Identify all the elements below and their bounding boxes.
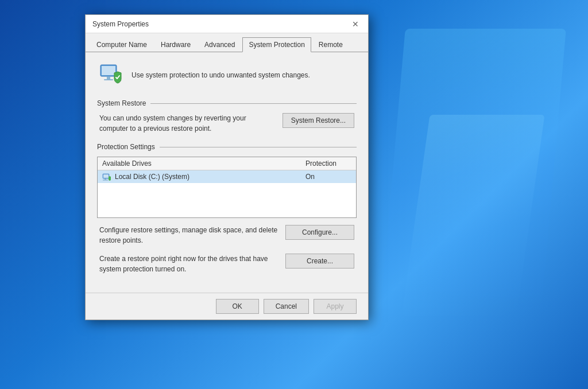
system-restore-legend: System Restore xyxy=(97,99,357,107)
create-text: Create a restore point right now for the… xyxy=(99,254,278,274)
protection-settings-section: Protection Settings Available Drives Pro… xyxy=(97,143,357,274)
configure-button[interactable]: Configure... xyxy=(285,225,354,240)
drives-table-header: Available Drives Protection xyxy=(98,157,356,170)
tab-computer-name[interactable]: Computer Name xyxy=(90,37,153,52)
svg-rect-2 xyxy=(107,76,110,79)
svg-rect-6 xyxy=(105,178,106,180)
col-available-drives: Available Drives xyxy=(102,160,305,168)
system-properties-dialog: System Properties ✕ Computer Name Hardwa… xyxy=(85,14,369,320)
protection-settings-line xyxy=(160,147,357,147)
svg-rect-3 xyxy=(104,79,113,80)
dialog-footer: OK Cancel Apply xyxy=(86,293,368,320)
restore-description: You can undo system changes by reverting… xyxy=(99,113,276,134)
cancel-button[interactable]: Cancel xyxy=(264,299,309,314)
create-row: Create a restore point right now for the… xyxy=(97,254,357,274)
tab-bar: Computer Name Hardware Advanced System P… xyxy=(86,33,368,52)
dialog-title: System Properties xyxy=(92,20,149,28)
col-protection: Protection xyxy=(305,160,351,168)
header-icon-svg xyxy=(98,63,123,88)
protection-settings-legend: Protection Settings xyxy=(97,143,357,151)
svg-rect-7 xyxy=(103,180,108,181)
system-restore-section: System Restore You can undo system chang… xyxy=(97,99,357,134)
restore-section-content: You can undo system changes by reverting… xyxy=(97,113,357,134)
configure-text: Configure restore settings, manage disk … xyxy=(99,225,278,246)
dialog-titlebar: System Properties ✕ xyxy=(86,15,368,33)
drive-icon xyxy=(102,173,111,181)
tab-hardware[interactable]: Hardware xyxy=(154,37,197,52)
header-section: Use system protection to undo unwanted s… xyxy=(97,61,357,89)
drive-protection-cell: On xyxy=(305,173,351,181)
tab-advanced[interactable]: Advanced xyxy=(198,37,241,52)
drives-table-empty-area xyxy=(98,183,356,217)
drive-name-cell: Local Disk (C:) (System) xyxy=(102,173,305,181)
system-restore-label: System Restore xyxy=(97,99,146,107)
header-description: Use system protection to undo unwanted s… xyxy=(131,71,310,80)
system-protection-icon xyxy=(97,61,125,89)
close-button[interactable]: ✕ xyxy=(350,18,361,30)
system-restore-line xyxy=(150,103,357,104)
svg-rect-1 xyxy=(102,66,115,75)
protection-settings-label: Protection Settings xyxy=(97,143,155,151)
configure-row: Configure restore settings, manage disk … xyxy=(97,225,357,246)
create-button[interactable]: Create... xyxy=(285,254,354,269)
dialog-content: Use system protection to undo unwanted s… xyxy=(86,52,368,293)
drive-label: Local Disk (C:) (System) xyxy=(115,173,189,181)
system-restore-button[interactable]: System Restore... xyxy=(283,113,354,128)
svg-rect-5 xyxy=(103,174,109,178)
tab-system-protection[interactable]: System Protection xyxy=(242,37,311,52)
apply-button[interactable]: Apply xyxy=(314,299,357,314)
ok-button[interactable]: OK xyxy=(216,299,259,314)
table-row[interactable]: Local Disk (C:) (System) On xyxy=(98,170,356,183)
tab-remote[interactable]: Remote xyxy=(312,37,349,52)
drives-table: Available Drives Protection xyxy=(97,157,357,218)
